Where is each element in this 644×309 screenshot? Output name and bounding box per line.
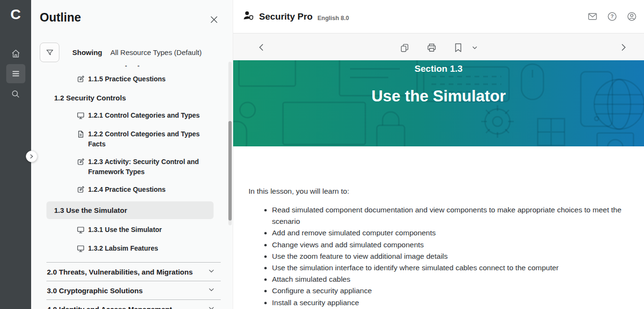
- next-button[interactable]: [617, 41, 630, 54]
- objective-item: Attach simulated cables: [272, 274, 622, 285]
- course-header: Security Pro English 8.0 ?: [233, 0, 644, 33]
- lesson-intro: In this lesson, you will learn to:: [249, 187, 622, 196]
- outline-section[interactable]: 1.2 Security Controls: [31, 93, 233, 103]
- bookmark-icon: [453, 43, 463, 53]
- menu-button[interactable]: [6, 64, 25, 83]
- objective-item: Read simulated component documentation a…: [272, 204, 622, 227]
- outline-item-label: 1.3.2 Labsim Features: [88, 243, 158, 254]
- menu-icon: [11, 69, 21, 78]
- collapsed-section-label: 2.0 Threats, Vulnerabilities, and Migrat…: [47, 268, 208, 276]
- copy-button[interactable]: [397, 41, 412, 55]
- help-button[interactable]: ?: [607, 11, 618, 22]
- search-button[interactable]: [6, 84, 25, 103]
- mail-icon: [587, 11, 598, 22]
- objectives-list: Read simulated component documentation a…: [249, 204, 622, 309]
- clipped-item-label: - -: [31, 64, 233, 68]
- help-icon: ?: [607, 11, 618, 22]
- close-icon: [209, 15, 219, 24]
- product-edition: English 8.0: [317, 15, 349, 22]
- outline-scrollbar-thumb[interactable]: [228, 121, 232, 221]
- app-window: C Outline Showing All Resource Types (De…: [0, 0, 644, 309]
- objective-item: Configure a security appliance: [272, 285, 622, 297]
- account-icon: [626, 11, 637, 22]
- chevron-left-icon: [257, 43, 266, 52]
- outline-item[interactable]: 1.2.4 Practice Questions: [31, 185, 233, 196]
- outline-tree: - -1.1.5 Practice Questions1.2 Security …: [31, 62, 233, 309]
- chevron-right-icon: [619, 43, 628, 52]
- print-button[interactable]: [424, 40, 439, 55]
- outline-item[interactable]: 1.2.1 Control Categories and Types: [31, 110, 233, 121]
- objective-item: Use the zoom feature to view additional …: [272, 251, 622, 262]
- main-content: Security Pro English 8.0 ?: [233, 0, 644, 309]
- search-icon: [11, 89, 21, 99]
- panel-expand-button[interactable]: [26, 151, 37, 162]
- outline-collapsed-section[interactable]: 4.0 Identity and Access Management: [31, 300, 233, 309]
- outline-item-label: 1.2.4 Practice Questions: [88, 185, 166, 195]
- outline-item-clipped[interactable]: - -: [31, 64, 233, 68]
- banner-section-label: Section 1.3: [415, 64, 463, 74]
- home-icon: [11, 48, 21, 59]
- messages-button[interactable]: [587, 11, 598, 22]
- outline-item-label: 1.2.3 Activity: Security Control and Fra…: [88, 157, 210, 177]
- banner-text: Section 1.3 Use the Simulator: [233, 60, 644, 105]
- section-banner: Section 1.3 Use the Simulator: [233, 60, 644, 146]
- edit-icon: [77, 75, 85, 85]
- home-button[interactable]: [6, 44, 25, 63]
- chevron-right-icon: [29, 154, 34, 159]
- copy-icon: [399, 43, 410, 53]
- outline-item[interactable]: 1.1.5 Practice Questions: [31, 74, 233, 85]
- chevron-down-icon[interactable]: [208, 286, 215, 295]
- document-icon: [77, 130, 85, 140]
- bookmark-group: [452, 41, 480, 55]
- svg-text:?: ?: [610, 13, 613, 19]
- outline-item-label: 1.1.5 Practice Questions: [88, 74, 166, 84]
- product-title: Security Pro: [259, 11, 313, 22]
- lesson-content: In this lesson, you will learn to: Read …: [233, 146, 644, 309]
- monitor-icon: [77, 226, 85, 236]
- outline-scrollbar-track[interactable]: [228, 62, 232, 225]
- outline-section-selected[interactable]: 1.3 Use the Simulator: [46, 201, 214, 219]
- chevron-down-icon: [472, 44, 478, 51]
- collapsed-section-label: 4.0 Identity and Access Management: [47, 305, 208, 309]
- collapsed-section-label: 3.0 Cryptographic Solutions: [47, 287, 208, 295]
- previous-button[interactable]: [255, 41, 268, 54]
- outline-collapsed-section[interactable]: 2.0 Threats, Vulnerabilities, and Migrat…: [31, 263, 233, 281]
- filter-button[interactable]: [40, 43, 59, 62]
- monitor-icon: [77, 244, 85, 254]
- outline-item-label: 1.3.1 Use the Simulator: [88, 225, 162, 235]
- outline-collapsed-section[interactable]: 3.0 Cryptographic Solutions: [31, 281, 233, 299]
- filter-value: All Resource Types (Default): [111, 48, 202, 56]
- close-outline-button[interactable]: [208, 14, 220, 26]
- bookmark-button[interactable]: [452, 41, 465, 55]
- filter-label: Showing: [72, 48, 102, 56]
- print-icon: [426, 42, 437, 53]
- filter-row: Showing All Resource Types (Default): [40, 43, 226, 62]
- outline-item[interactable]: 1.3.2 Labsim Features: [31, 243, 233, 254]
- outline-title: Outline: [40, 11, 81, 24]
- objective-item: Use the simulation interface to identify…: [272, 262, 622, 274]
- monitor-icon: [77, 111, 85, 121]
- filter-icon: [45, 48, 55, 57]
- edit-icon: [77, 158, 85, 168]
- resource-toolbar: [233, 33, 644, 60]
- toolbar-center-group: [397, 40, 480, 55]
- banner-title: Use the Simulator: [372, 87, 506, 105]
- objective-item: Add and remove simulated computer compon…: [272, 227, 622, 239]
- user-shield-icon: [242, 10, 255, 24]
- brand-logo: C: [0, 6, 31, 22]
- outline-panel: Outline Showing All Resource Types (Defa…: [31, 0, 233, 309]
- objective-item: Install a security appliance: [272, 297, 622, 309]
- outline-item-label: 1.2.1 Control Categories and Types: [88, 110, 200, 121]
- objective-item: Change views and add simulated component…: [272, 239, 622, 251]
- chevron-down-icon[interactable]: [208, 305, 215, 309]
- chevron-down-icon[interactable]: [208, 267, 215, 276]
- bookmark-menu-button[interactable]: [470, 43, 480, 53]
- edit-icon: [77, 186, 85, 196]
- outline-item-label: 1.2.2 Control Categories and Types Facts: [88, 129, 210, 149]
- outline-item[interactable]: 1.2.3 Activity: Security Control and Fra…: [31, 157, 233, 177]
- account-button[interactable]: [626, 11, 637, 22]
- outline-item[interactable]: 1.2.2 Control Categories and Types Facts: [31, 129, 233, 149]
- outline-item[interactable]: 1.3.1 Use the Simulator: [31, 225, 233, 236]
- header-actions: ?: [587, 11, 637, 22]
